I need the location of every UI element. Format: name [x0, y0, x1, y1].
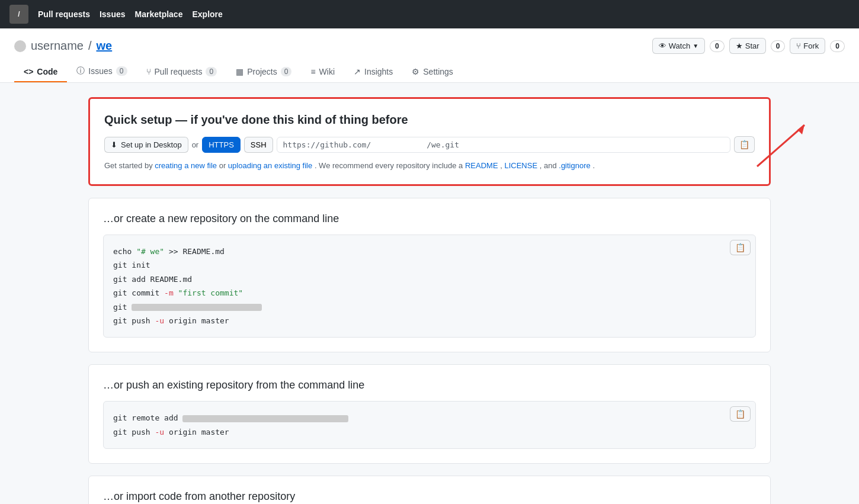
desktop-btn-label: Set up in Desktop	[121, 140, 182, 149]
tab-pr-label: Pull requests	[155, 67, 203, 76]
repo-actions: 👁 Watch ▼ 0 ★ Star 0 ⑂ Fork 0	[652, 38, 845, 54]
settings-icon: ⚙	[412, 67, 419, 76]
tab-issues[interactable]: ⓘ Issues 0	[67, 61, 136, 82]
fork-icon: ⑂	[796, 41, 801, 50]
tab-settings[interactable]: ⚙ Settings	[402, 62, 463, 82]
desktop-icon: ⬇	[111, 140, 117, 149]
push-existing-title: …or push an existing repository from the…	[103, 379, 756, 391]
star-button[interactable]: ★ Star	[729, 38, 766, 54]
fork-button[interactable]: ⑂ Fork	[790, 38, 825, 54]
ssh-button[interactable]: SSH	[244, 137, 273, 153]
repo-separator: /	[88, 39, 92, 53]
issues-icon: ⓘ	[76, 66, 85, 76]
copy-create-repo-button[interactable]: 📋	[730, 240, 751, 255]
watch-button[interactable]: 👁 Watch ▼	[652, 38, 705, 54]
projects-icon: ▦	[236, 67, 243, 76]
create-repo-section: …or create a new repository on the comma…	[88, 198, 771, 352]
tab-issues-label: Issues	[88, 66, 112, 76]
https-button[interactable]: HTTPS	[202, 137, 241, 153]
tab-wiki[interactable]: ≡ Wiki	[301, 62, 344, 82]
tab-settings-label: Settings	[423, 67, 453, 76]
tab-projects-label: Projects	[247, 67, 277, 76]
github-logo: /	[9, 5, 28, 24]
create-repo-title: …or create a new repository on the comma…	[103, 213, 756, 225]
eye-icon: 👁	[659, 41, 666, 50]
tab-projects[interactable]: ▦ Projects 0	[226, 62, 301, 82]
repo-title-row: username / we 👁 Watch ▼ 0 ★ Star 0 ⑂ For…	[14, 38, 845, 54]
nav-issues[interactable]: Issues	[100, 9, 126, 19]
fork-count: 0	[830, 40, 845, 52]
code-line-6: git push -u origin master	[113, 314, 746, 328]
pr-icon: ⑂	[146, 67, 151, 76]
repo-header: username / we 👁 Watch ▼ 0 ★ Star 0 ⑂ For…	[0, 28, 859, 83]
url-row: ⬇ Set up in Desktop or HTTPS SSH 📋	[104, 136, 755, 153]
repo-name-link[interactable]: we	[97, 39, 113, 53]
readme-link[interactable]: README	[465, 161, 498, 170]
tab-insights[interactable]: ↗ Insights	[344, 62, 402, 82]
insights-icon: ↗	[354, 67, 361, 76]
gitignore-link[interactable]: .gitignore	[559, 161, 590, 170]
tab-code[interactable]: <> Code	[14, 62, 67, 82]
push-code-line-2: git push -u origin master	[113, 425, 746, 439]
create-new-file-link[interactable]: creating a new file	[155, 161, 217, 170]
code-line-4: git commit -m "first commit"	[113, 286, 746, 300]
nav-explore[interactable]: Explore	[192, 9, 222, 19]
push-existing-code: 📋 git remote add git push -u origin mast…	[103, 401, 756, 449]
quick-setup-suffix: — if you've done this kind of thing befo…	[175, 113, 408, 126]
or-text: or	[192, 140, 199, 149]
import-title: …or import code from another repository	[103, 490, 756, 503]
repo-title: username / we	[14, 39, 112, 53]
code-line-2: git init	[113, 258, 746, 272]
code-line-5: git	[113, 300, 746, 314]
wiki-icon: ≡	[310, 67, 315, 76]
red-arrow-annotation	[751, 113, 822, 172]
nav-pull-requests[interactable]: Pull requests	[38, 9, 90, 19]
avatar	[14, 40, 26, 52]
license-link[interactable]: LICENSE	[504, 161, 537, 170]
issues-badge: 0	[116, 66, 127, 76]
tab-wiki-label: Wiki	[319, 67, 335, 76]
create-repo-code: 📋 echo "# we" >> README.md git init git …	[103, 235, 756, 338]
quick-setup-section: Quick setup — if you've done this kind o…	[88, 97, 771, 186]
quick-setup-label: Quick setup	[104, 113, 172, 126]
push-existing-section: …or push an existing repository from the…	[88, 364, 771, 464]
repo-owner: username	[31, 39, 84, 53]
svg-marker-1	[797, 125, 804, 134]
copy-push-button[interactable]: 📋	[730, 406, 751, 422]
nav-marketplace[interactable]: Marketplace	[135, 9, 183, 19]
push-code-line-1: git remote add	[113, 411, 746, 425]
quick-setup-title: Quick setup — if you've done this kind o…	[104, 113, 755, 127]
code-line-1: echo "# we" >> README.md	[113, 245, 746, 258]
code-icon: <>	[24, 67, 33, 76]
star-label: Star	[745, 41, 759, 50]
repo-tabs: <> Code ⓘ Issues 0 ⑂ Pull requests 0 ▦ P…	[14, 61, 845, 82]
clipboard-icon: 📋	[739, 140, 749, 149]
star-icon: ★	[736, 41, 743, 50]
setup-hint: Get started by creating a new file or up…	[104, 161, 755, 170]
top-navigation: / Pull requests Issues Marketplace Explo…	[0, 0, 859, 28]
copy-url-button[interactable]: 📋	[734, 136, 755, 153]
fork-label: Fork	[803, 41, 819, 50]
main-content: Quick setup — if you've done this kind o…	[74, 97, 785, 504]
import-section: …or import code from another repository …	[88, 476, 771, 504]
tab-insights-label: Insights	[364, 67, 393, 76]
repo-url-input[interactable]	[277, 137, 730, 153]
tab-code-label: Code	[37, 67, 57, 76]
svg-line-0	[757, 125, 804, 166]
tab-pull-requests[interactable]: ⑂ Pull requests 0	[137, 62, 227, 82]
upload-file-link[interactable]: uploading an existing file	[228, 161, 312, 170]
setup-desktop-button[interactable]: ⬇ Set up in Desktop	[104, 137, 188, 153]
pr-badge: 0	[206, 67, 217, 76]
projects-badge: 0	[281, 67, 292, 76]
watch-dropdown-icon: ▼	[693, 43, 698, 49]
watch-label: Watch	[669, 41, 690, 50]
star-count: 0	[771, 40, 786, 52]
watch-count: 0	[710, 40, 725, 52]
code-line-3: git add README.md	[113, 272, 746, 286]
